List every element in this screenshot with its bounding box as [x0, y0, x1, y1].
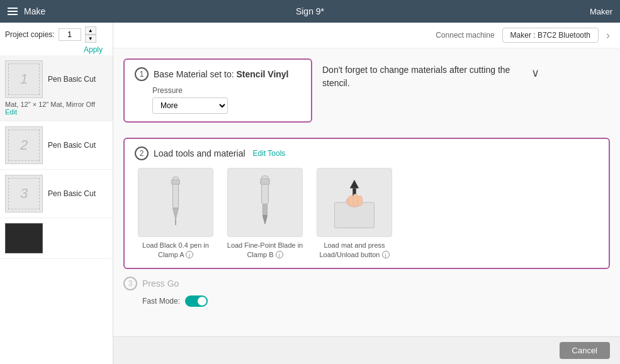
step2-box: 2 Load tools and material Edit Tools [123, 138, 610, 269]
tool-info-icon-mat[interactable]: i [382, 251, 390, 258]
pressure-label: Pressure [152, 86, 301, 95]
step1-prefix: Base Material set to: [154, 69, 234, 79]
svg-rect-5 [261, 179, 269, 184]
tool-cards: Load Black 0.4 pen in Clamp A i [135, 168, 599, 260]
apply-button[interactable]: Apply [79, 44, 108, 55]
tool-card-blade: Load Fine-Point Blade in Clamp B i [224, 168, 306, 260]
step1-material: Stencil Vinyl [237, 69, 289, 79]
copies-label: Project copies: [5, 30, 55, 39]
project-title: Sign 9* [296, 6, 324, 16]
sidebar-item-1[interactable]: 1 Pen Basic Cut Mat, 12" × 12" Mat, Mirr… [0, 55, 113, 121]
sidebar-item-3-label: Pen Basic Cut [48, 189, 96, 198]
steps-area: 1 Base Material set to: Stencil Vinyl Pr… [113, 48, 620, 317]
copies-row: Project copies: ▲ ▼ [0, 23, 113, 44]
reminder-text: Don't forget to change materials after c… [322, 63, 524, 90]
step1-chevron-button[interactable]: ∨ [529, 63, 542, 82]
connect-machine-button[interactable]: Maker : B7C2 Bluetooth [502, 28, 599, 43]
step1-number: 1 [135, 67, 149, 81]
sidebar-item-2[interactable]: 2 Pen Basic Cut [0, 121, 113, 170]
svg-rect-14 [358, 196, 362, 206]
svg-marker-2 [173, 208, 179, 219]
sidebar-item-4[interactable] [0, 218, 113, 259]
copies-spinner: ▲ ▼ [85, 26, 96, 43]
step1-title: Base Material set to: Stencil Vinyl [154, 69, 289, 79]
step2-number: 2 [135, 146, 149, 160]
svg-rect-12 [349, 196, 353, 206]
fastmode-row: Fast Mode: [142, 295, 610, 307]
sidebar-item-3-content: 3 Pen Basic Cut [5, 175, 108, 212]
tool-caption-mat: Load mat and press Load/Unload button i [313, 241, 395, 260]
header-left: Make [8, 6, 45, 16]
edit-link-1[interactable]: Edit [5, 108, 108, 116]
blade-illustration [246, 174, 284, 231]
tool-caption-blade: Load Fine-Point Blade in Clamp B i [224, 241, 306, 260]
fastmode-toggle[interactable] [185, 295, 208, 307]
step3-area: 3 Press Go Fast Mode: [123, 277, 610, 307]
copies-down-button[interactable]: ▼ [85, 35, 96, 43]
svg-marker-7 [262, 216, 267, 224]
step3-title: Press Go [142, 279, 179, 289]
scroll-right-icon: › [606, 29, 610, 42]
mat-info-1: Mat, 12" × 12" Mat, Mirror Off [5, 101, 108, 108]
tool-card-mat: Load mat and press Load/Unload button i [313, 168, 395, 260]
sidebar-item-1-content: 1 Pen Basic Cut [5, 60, 108, 98]
footer: Cancel [113, 336, 620, 364]
sidebar-item-1-label: Pen Basic Cut [48, 75, 96, 84]
sidebar-item-2-content: 2 Pen Basic Cut [5, 126, 108, 164]
app-title: Make [24, 6, 45, 16]
tool-info-icon-pen[interactable]: i [186, 251, 193, 258]
sidebar-item-3[interactable]: 3 Pen Basic Cut [0, 170, 113, 218]
tool-image-blade [227, 168, 303, 237]
tool-image-mat [317, 168, 392, 237]
sidebar-item-1-info: Pen Basic Cut [48, 75, 96, 84]
mat-preview-1: 1 [5, 60, 43, 98]
tool-caption-pen: Load Black 0.4 pen in Clamp A i [135, 241, 217, 260]
edit-tools-link[interactable]: Edit Tools [253, 149, 286, 158]
copies-input[interactable] [59, 28, 81, 41]
pressure-select[interactable]: Default More Less [152, 97, 228, 114]
step3-number: 3 [123, 277, 137, 290]
pen-illustration [157, 174, 194, 231]
sidebar-item-2-label: Pen Basic Cut [48, 141, 96, 150]
svg-rect-6 [262, 204, 267, 216]
content-area: Connect machine Maker : B7C2 Bluetooth ›… [113, 23, 620, 364]
context-label: Maker [590, 7, 612, 16]
mat-preview-3: 3 [5, 175, 43, 212]
copies-up-button[interactable]: ▲ [85, 26, 96, 35]
cancel-button[interactable]: Cancel [560, 342, 610, 359]
sidebar: Project copies: ▲ ▼ Apply 1 Pen Basic Cu… [0, 23, 113, 364]
mat-preview-4 [5, 223, 43, 253]
step3-header: 3 Press Go [123, 277, 610, 290]
hamburger-icon[interactable] [8, 8, 18, 15]
tool-card-pen: Load Black 0.4 pen in Clamp A i [135, 168, 217, 260]
tool-info-icon-blade[interactable]: i [276, 251, 283, 258]
step1-box: 1 Base Material set to: Stencil Vinyl Pr… [123, 58, 312, 123]
header: Make Sign 9* Maker [0, 0, 620, 23]
mat-preview-2: 2 [5, 126, 43, 164]
reminder-area: Don't forget to change materials after c… [322, 58, 542, 90]
svg-marker-9 [350, 180, 359, 189]
toggle-knob [198, 297, 206, 306]
step1-header: 1 Base Material set to: Stencil Vinyl [135, 67, 301, 81]
connect-label: Connect machine [436, 31, 494, 40]
main-layout: Project copies: ▲ ▼ Apply 1 Pen Basic Cu… [0, 23, 620, 364]
mat-illustration [329, 174, 380, 231]
connect-bar: Connect machine Maker : B7C2 Bluetooth › [113, 23, 620, 48]
fastmode-label: Fast Mode: [142, 297, 180, 306]
step2-title: Load tools and material [154, 148, 245, 158]
svg-rect-13 [353, 194, 358, 206]
svg-rect-1 [172, 180, 180, 184]
step2-header: 2 Load tools and material Edit Tools [135, 146, 599, 160]
tool-image-pen [138, 168, 213, 237]
